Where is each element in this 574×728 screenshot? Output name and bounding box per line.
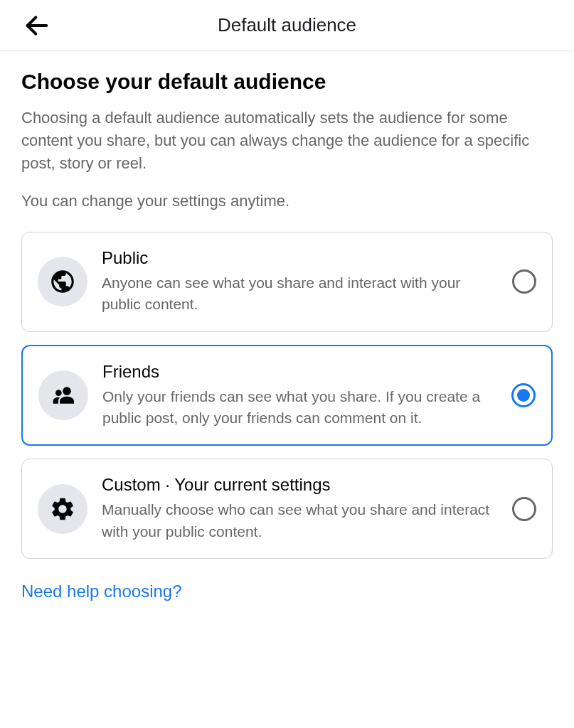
back-button[interactable] [20,9,54,43]
option-public-body: Public Anyone can see what you share and… [102,248,498,316]
screen-title: Default audience [0,14,574,36]
radio-friends[interactable] [511,383,536,407]
page-sub-description: You can change your settings anytime. [21,192,553,210]
option-custom-body: Custom · Your current settings Manually … [102,475,498,542]
option-public[interactable]: Public Anyone can see what you share and… [21,232,553,332]
option-friends-body: Friends Only your friends can see what y… [102,362,497,429]
gear-icon [38,484,87,534]
svg-point-2 [55,390,62,396]
svg-point-1 [63,387,71,395]
friends-icon [38,370,88,420]
help-link[interactable]: Need help choosing? [21,582,182,601]
page-description: Choosing a default audience automaticall… [21,107,553,175]
arrow-left-icon [23,11,51,40]
content: Choose your default audience Choosing a … [0,51,574,601]
option-custom-subtitle: Manually choose who can see what you sha… [102,499,498,542]
option-custom[interactable]: Custom · Your current settings Manually … [21,459,553,559]
option-friends-subtitle: Only your friends can see what you share… [102,386,497,429]
radio-custom[interactable] [512,497,536,521]
option-custom-title: Custom · Your current settings [102,475,498,495]
option-public-subtitle: Anyone can see what you share and intera… [102,272,498,316]
option-public-title: Public [102,248,498,268]
option-friends-title: Friends [102,362,497,382]
top-bar: Default audience [0,0,574,51]
option-friends[interactable]: Friends Only your friends can see what y… [21,345,553,446]
globe-icon [38,257,87,306]
radio-public[interactable] [512,269,536,294]
page-heading: Choose your default audience [21,70,553,94]
